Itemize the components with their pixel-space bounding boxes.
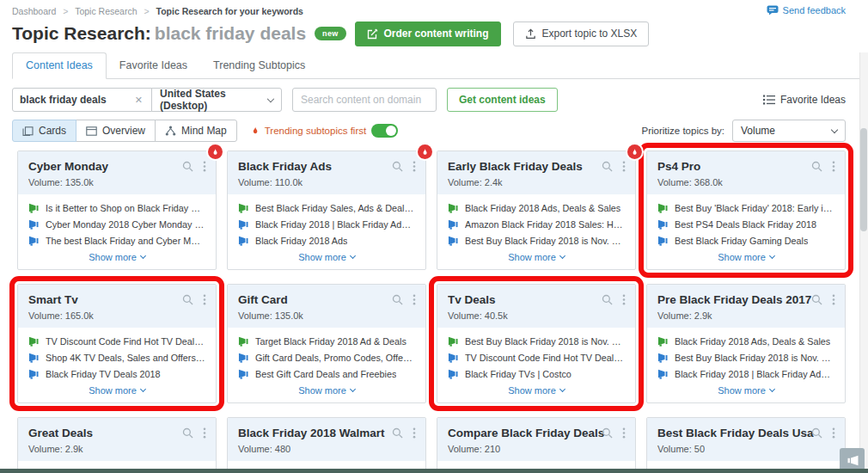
view-mindmap-button[interactable]: Mind Map xyxy=(155,120,237,142)
card-title: Black Friday Ads xyxy=(238,160,415,173)
card-menu-icon[interactable] xyxy=(203,161,206,172)
trending-subtopics-switch[interactable] xyxy=(371,124,398,138)
search-topic-icon[interactable] xyxy=(811,294,822,305)
topic-card[interactable]: Great Deals Volume: 2.9k xyxy=(17,417,217,473)
search-topic-icon[interactable] xyxy=(602,294,613,305)
topic-card[interactable]: Compare Black Friday Deals Volume: 210 xyxy=(437,417,636,473)
order-content-writing-button[interactable]: Order content writing xyxy=(355,22,501,46)
search-topic-icon[interactable] xyxy=(182,294,193,305)
search-topic-icon[interactable] xyxy=(392,427,403,439)
breadcrumb: Dashboard > Topic Research > Topic Resea… xyxy=(12,6,846,16)
topic-card[interactable]: Cyber Monday Volume: 135.0k xyxy=(17,150,217,270)
headline-row[interactable]: Black Friday TVs | Costco xyxy=(448,369,625,379)
headline-row[interactable]: Best Buy Black Friday 2018 is Nov. 22-23 xyxy=(657,353,834,363)
headline-row[interactable]: Black Friday 2018 | Black Friday Ads and… xyxy=(657,369,834,379)
tab-favorite-ideas[interactable]: Favorite Ideas xyxy=(107,53,200,78)
card-menu-icon[interactable] xyxy=(832,294,835,305)
show-more-link[interactable]: Show more xyxy=(18,252,216,262)
prioritize-select[interactable]: Volume xyxy=(732,120,846,142)
show-more-link[interactable]: Show more xyxy=(437,252,635,262)
card-volume: Volume: 135.0k xyxy=(28,177,205,187)
headline-row[interactable]: Shop 4K TV Deals, Sales and Offers to Sa… xyxy=(28,353,205,363)
topic-card[interactable]: Tv Deals Volume: 40.5k xyxy=(437,284,636,403)
keyword-input[interactable]: black friday deals ✕ xyxy=(12,88,152,112)
topic-card[interactable]: Black Friday Ads Volume: 110.0k xyxy=(227,150,426,270)
breadcrumb-dashboard[interactable]: Dashboard xyxy=(12,6,56,16)
topic-card[interactable]: Pre Black Friday Deals 2017 Volume: 2.9k xyxy=(646,284,846,403)
headline-source-icon xyxy=(448,353,459,363)
search-topic-icon[interactable] xyxy=(811,161,822,172)
show-more-label: Show more xyxy=(508,252,556,262)
vertical-scrollbar[interactable] xyxy=(859,52,868,473)
headline-row[interactable]: Black Friday 2018 | Black Friday Ads and… xyxy=(238,219,415,230)
topic-card[interactable]: Early Black Friday Deals Volume: 2.4k xyxy=(437,150,636,270)
clear-keyword-icon[interactable]: ✕ xyxy=(133,95,144,106)
show-more-link[interactable]: Show more xyxy=(18,385,216,396)
show-more-link[interactable]: Show more xyxy=(228,252,425,262)
card-menu-icon[interactable] xyxy=(413,161,416,172)
card-header: Great Deals Volume: 2.9k xyxy=(18,418,216,461)
headline-text: TV Discount Code Find Hot TV Deals, Offe… xyxy=(46,336,205,347)
headline-row[interactable]: Black Friday 2018 Ads, Deals & Sales xyxy=(657,336,834,347)
headline-row[interactable]: The best Black Friday and Cyber Monday d… xyxy=(28,236,205,246)
headline-row[interactable]: Best Black Friday Sales, Ads & Deals 201… xyxy=(238,203,415,213)
headline-row[interactable]: Black Friday 2018 Ads, Deals & Sales xyxy=(448,203,625,213)
card-menu-icon[interactable] xyxy=(413,294,416,305)
search-topic-icon[interactable] xyxy=(811,427,822,439)
show-more-link[interactable]: Show more xyxy=(647,252,845,262)
headline-row[interactable]: Amazon Black Friday 2018 Sales: Here Are… xyxy=(448,219,625,230)
headline-row[interactable]: Black Friday 2018 Ads xyxy=(238,236,415,246)
scrollbar-thumb[interactable] xyxy=(860,128,867,231)
headline-row[interactable]: Best PS4 Deals Black Friday 2018 xyxy=(657,219,834,230)
card-volume: Volume: 368.0k xyxy=(657,177,834,187)
domain-search-input[interactable] xyxy=(293,89,436,111)
get-content-ideas-button[interactable]: Get content ideas xyxy=(447,88,558,112)
headline-row[interactable]: Best Black Friday Gaming Deals xyxy=(657,236,834,246)
headline-row[interactable]: Best Gift Card Deals and Freebies xyxy=(238,369,415,379)
search-topic-icon[interactable] xyxy=(182,161,193,172)
search-topic-icon[interactable] xyxy=(392,294,403,305)
headline-row[interactable]: Black Friday TV Deals 2018 xyxy=(28,369,205,379)
headline-row[interactable]: Gift Card Deals, Promo Codes, Offers and… xyxy=(238,353,415,363)
headline-row[interactable]: Cyber Monday 2018 Cyber Monday Deals and… xyxy=(28,219,205,230)
region-select[interactable]: United States (Desktop) xyxy=(151,88,282,112)
headline-row[interactable]: Target Black Friday 2018 Ad & Deals xyxy=(238,336,415,347)
headline-row[interactable]: Best Buy Black Friday 2018 is Nov. 22-23 xyxy=(448,336,625,347)
card-menu-icon[interactable] xyxy=(413,427,416,439)
chevron-down-icon xyxy=(350,386,356,392)
topic-card[interactable]: Ps4 Pro Volume: 368.0k xyxy=(646,150,846,270)
topic-card[interactable]: Gift Card Volume: 135.0k xyxy=(227,284,426,403)
headline-row[interactable]: TV Discount Code Find Hot TV Deals, Offe… xyxy=(28,336,205,347)
tab-content-ideas[interactable]: Content Ideas xyxy=(12,52,107,79)
card-menu-icon[interactable] xyxy=(622,294,626,305)
send-feedback-link[interactable]: Send feedback xyxy=(767,5,846,15)
headline-row[interactable]: Best Buy Black Friday 2018 is Nov. 22-23 xyxy=(448,236,625,246)
card-menu-icon[interactable] xyxy=(832,161,835,172)
view-overview-button[interactable]: Overview xyxy=(76,120,156,142)
tab-trending-subtopics[interactable]: Trending Subtopics xyxy=(200,53,318,78)
card-menu-icon[interactable] xyxy=(203,294,206,305)
headline-row[interactable]: TV Discount Code Find Hot TV Deals, Offe… xyxy=(448,353,625,363)
breadcrumb-topic-research[interactable]: Topic Research xyxy=(75,6,137,16)
volume-value: 135.0k xyxy=(65,177,94,187)
topic-card[interactable]: Black Friday 2018 Walmart Volume: 480 xyxy=(227,417,426,473)
card-menu-icon[interactable] xyxy=(622,427,626,439)
search-topic-icon[interactable] xyxy=(602,427,613,439)
card-menu-icon[interactable] xyxy=(832,427,835,439)
topic-card[interactable]: Best Black Friday Deals Usa Volume: 50 xyxy=(646,417,846,473)
show-more-link[interactable]: Show more xyxy=(228,385,425,396)
view-cards-button[interactable]: Cards xyxy=(12,120,76,142)
search-topic-icon[interactable] xyxy=(392,161,403,172)
headline-row[interactable]: Best Buy 'Black Friday' 2018: Early iPho… xyxy=(657,203,834,213)
show-more-link[interactable]: Show more xyxy=(647,385,845,396)
search-topic-icon[interactable] xyxy=(182,427,193,439)
card-menu-icon[interactable] xyxy=(203,427,206,439)
trending-flame-badge xyxy=(208,144,223,159)
show-more-link[interactable]: Show more xyxy=(437,385,635,396)
card-menu-icon[interactable] xyxy=(622,161,626,172)
favorite-ideas-link[interactable]: Favorite Ideas xyxy=(763,94,846,106)
headline-row[interactable]: Is it Better to Shop on Black Friday or … xyxy=(28,203,205,213)
export-xlsx-button[interactable]: Export topic to XLSX xyxy=(513,22,650,46)
topic-card[interactable]: Smart Tv Volume: 165.0k xyxy=(17,284,217,403)
search-topic-icon[interactable] xyxy=(602,161,613,172)
